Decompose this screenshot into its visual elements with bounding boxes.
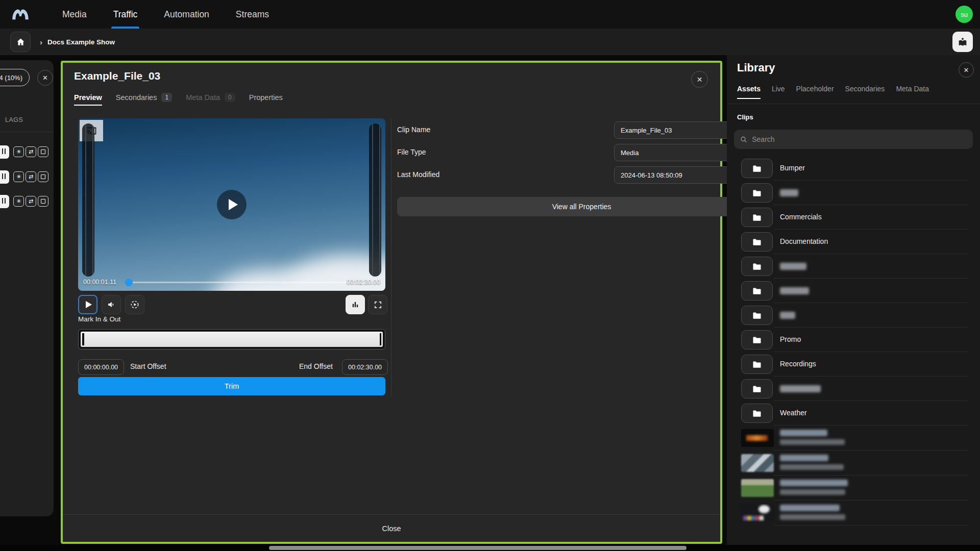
field-row-last-modified: Last Modified2024-06-13 08:50:09 xyxy=(397,166,766,184)
tab-properties[interactable]: Properties xyxy=(249,93,283,105)
horizontal-scrollbar-track[interactable] xyxy=(0,545,980,551)
library-folder-row[interactable] xyxy=(727,254,980,279)
breadcrumb[interactable]: Docs Example Show xyxy=(47,38,115,46)
home-button[interactable] xyxy=(10,32,31,52)
end-offset-value[interactable]: 00:02:30.00 xyxy=(342,359,388,375)
stats-button[interactable] xyxy=(346,295,365,314)
player-big-play-button[interactable] xyxy=(217,190,247,219)
library-clip-row[interactable] xyxy=(727,450,980,475)
clip-thumbnail xyxy=(741,479,774,497)
square-flag-button[interactable] xyxy=(38,146,48,157)
folder-button[interactable] xyxy=(741,355,773,374)
left-panel-close-button[interactable]: ✕ xyxy=(37,70,53,86)
library-tab-assets[interactable]: Assets xyxy=(737,85,761,99)
folder-button[interactable] xyxy=(741,208,773,227)
library-toggle-button[interactable] xyxy=(952,32,973,52)
library-tab-meta-data[interactable]: Meta Data xyxy=(896,85,929,99)
clip-title-redacted xyxy=(780,505,840,511)
library-tab-live[interactable]: Live xyxy=(772,85,785,99)
library-close-button[interactable]: ✕ xyxy=(959,62,974,78)
user-avatar[interactable]: su xyxy=(955,6,973,23)
folder-button[interactable] xyxy=(741,330,773,349)
library-folder-row[interactable]: Recordings xyxy=(727,352,980,377)
app-logo-icon[interactable] xyxy=(10,4,31,24)
trim-button[interactable]: Trim xyxy=(78,377,385,395)
library-search[interactable] xyxy=(734,130,973,149)
library-folder-row[interactable]: Documentation xyxy=(727,230,980,254)
seek-bar[interactable] xyxy=(126,282,351,283)
horizontal-scrollbar-thumb[interactable] xyxy=(269,546,687,550)
folder-icon xyxy=(751,262,763,271)
folder-button[interactable] xyxy=(741,159,773,178)
modal-close-bar[interactable]: Close xyxy=(63,515,720,542)
modal-tabs: PreviewSecondaries1Meta Data0Properties xyxy=(74,91,283,107)
tab-meta-data[interactable]: Meta Data0 xyxy=(186,93,235,105)
library-folder-row[interactable]: Commercials xyxy=(727,205,980,230)
fullscreen-icon xyxy=(374,300,382,309)
percentage-pill[interactable]: 4 (10%) xyxy=(0,69,30,86)
seek-handle[interactable] xyxy=(125,279,133,286)
folder-label-redacted xyxy=(780,312,795,319)
flag-row-primary-button[interactable] xyxy=(0,195,9,208)
nav-item-streams[interactable]: Streams xyxy=(223,0,282,29)
folder-button[interactable] xyxy=(741,404,773,423)
folder-button[interactable] xyxy=(741,232,773,252)
loop-flag-button[interactable]: ⇄ xyxy=(26,146,36,157)
flags-section-label: LAGS xyxy=(5,116,23,123)
folder-icon xyxy=(751,335,763,345)
library-folder-row[interactable] xyxy=(727,279,980,303)
library-clip-row[interactable] xyxy=(727,500,980,525)
library-tab-secondaries[interactable]: Secondaries xyxy=(845,85,885,99)
square-flag-button[interactable] xyxy=(38,196,48,207)
folder-button[interactable] xyxy=(741,183,773,203)
mark-in-out-range[interactable] xyxy=(78,329,385,349)
folder-button[interactable] xyxy=(741,379,773,398)
volume-button[interactable] xyxy=(102,295,121,314)
fullscreen-button[interactable] xyxy=(368,295,387,314)
folder-icon xyxy=(751,409,763,418)
tab-secondaries[interactable]: Secondaries1 xyxy=(116,93,172,105)
mark-out-handle[interactable] xyxy=(380,333,382,345)
clips-section-label: Clips xyxy=(737,113,753,121)
loop-flag-button[interactable]: ⇄ xyxy=(26,171,36,182)
nav-item-media[interactable]: Media xyxy=(49,0,100,29)
start-offset-value[interactable]: 00:00:00.00 xyxy=(78,359,124,375)
asterisk-flag-button[interactable]: ✳ xyxy=(13,171,24,182)
library-folder-row[interactable] xyxy=(727,377,980,401)
clip-thumbnail xyxy=(741,504,774,522)
library-folder-row[interactable]: Promo xyxy=(727,328,980,352)
loop-playback-button[interactable] xyxy=(125,295,144,314)
library-folder-row[interactable]: Bumper xyxy=(727,156,980,181)
modal-title: Example_File_03 xyxy=(74,70,160,82)
video-player[interactable]: 00:00:01.11 00:02:30.00 xyxy=(78,118,385,291)
field-label: Clip Name xyxy=(397,126,430,134)
nav-item-traffic[interactable]: Traffic xyxy=(100,0,151,29)
library-clip-row[interactable] xyxy=(727,425,980,450)
folder-icon xyxy=(751,384,763,394)
loop-flag-button[interactable]: ⇄ xyxy=(26,196,36,207)
view-all-properties-button[interactable]: View all Properties xyxy=(397,197,766,216)
square-flag-button[interactable] xyxy=(38,171,48,182)
square-icon xyxy=(41,199,45,204)
tab-preview[interactable]: Preview xyxy=(74,93,102,105)
nav-item-automation[interactable]: Automation xyxy=(151,0,223,29)
folder-button[interactable] xyxy=(741,281,773,300)
square-icon xyxy=(41,149,45,154)
modal-close-button[interactable]: ✕ xyxy=(691,71,708,88)
clip-title-redacted xyxy=(780,480,848,486)
asterisk-flag-button[interactable]: ✳ xyxy=(13,196,24,207)
library-clip-row[interactable] xyxy=(727,475,980,500)
asterisk-flag-button[interactable]: ✳ xyxy=(13,146,24,157)
range-track[interactable] xyxy=(81,332,383,347)
search-input[interactable] xyxy=(752,135,967,143)
mark-in-handle[interactable] xyxy=(82,333,84,345)
library-folder-row[interactable] xyxy=(727,181,980,205)
flag-row-primary-button[interactable] xyxy=(0,145,9,159)
play-button[interactable] xyxy=(78,295,97,314)
folder-button[interactable] xyxy=(741,257,773,276)
library-folder-row[interactable] xyxy=(727,303,980,328)
library-tab-placeholder[interactable]: Placeholder xyxy=(796,85,834,99)
flag-row-primary-button[interactable] xyxy=(0,170,9,184)
folder-button[interactable] xyxy=(741,306,773,325)
library-folder-row[interactable]: Weather xyxy=(727,401,980,425)
